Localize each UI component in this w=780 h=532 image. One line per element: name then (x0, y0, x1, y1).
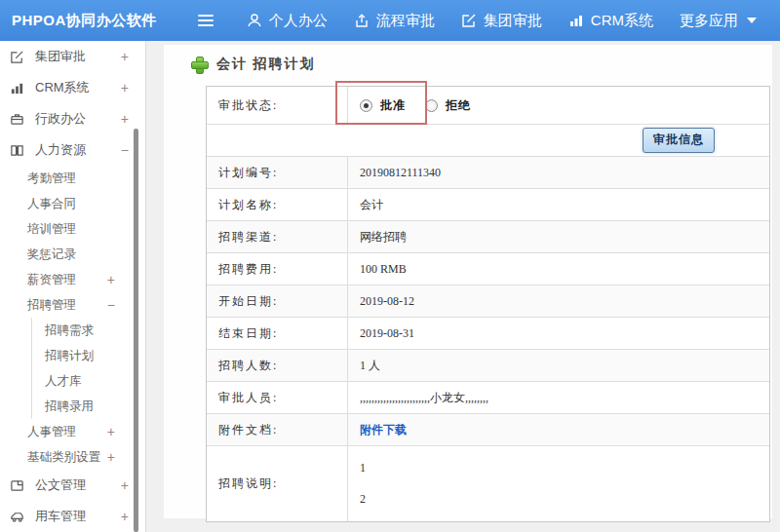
sidebar-item-talent-pool[interactable]: 人才库 (31, 368, 145, 394)
radio-reject[interactable]: 拒绝 (425, 97, 471, 114)
radio-unselected-icon[interactable] (425, 99, 438, 112)
sidebar-item-salary-mgmt[interactable]: 薪资管理 + (0, 267, 145, 292)
sidebar-item-training-mgmt[interactable]: 培训管理 (0, 216, 145, 242)
approval-info-button[interactable]: 审批信息 (643, 128, 715, 153)
field-value: ,,,,,,,,,,,,,,,,,,,,,,,,小龙女,,,,,,,, (348, 384, 769, 412)
app-logo-title: PHPOA协同办公软件 (12, 12, 157, 30)
radio-approve[interactable]: 批准 (360, 97, 406, 114)
attachment-download-link[interactable]: 附件下载 (360, 423, 407, 437)
edit-icon (461, 13, 477, 28)
field-label: 附件文档: (207, 414, 348, 445)
sidebar-item-reward-punishment[interactable]: 奖惩记录 (0, 242, 145, 267)
field-value: 2019-08-12 (348, 288, 769, 315)
sidebar-item-label: 人事管理 (27, 424, 76, 440)
field-value: 1 人 (348, 352, 769, 380)
field-label: 招聘渠道: (207, 221, 348, 252)
sidebar-item-recruit-hiring[interactable]: 招聘录用 (31, 394, 145, 419)
field-value: 网络招聘 (348, 223, 769, 251)
radio-selected-icon[interactable] (360, 99, 372, 112)
sidebar-item-label: 人事合同 (27, 196, 76, 212)
description-line: 1 (360, 453, 761, 483)
sidebar-item-recruit-plan[interactable]: 招聘计划 (31, 343, 145, 368)
add-plus-icon[interactable] (191, 57, 207, 72)
field-label: 审批状态: (207, 87, 348, 124)
field-label: 开始日期: (207, 285, 348, 317)
nav-crm-system[interactable]: CRM系统 (568, 12, 653, 30)
nav-item-label: CRM系统 (591, 12, 653, 30)
menu-toggle-icon[interactable] (198, 15, 214, 26)
workflow-icon (354, 13, 370, 28)
expand-icon[interactable]: + (121, 477, 129, 493)
table-row-recruit-channel: 招聘渠道: 网络招聘 (207, 221, 769, 253)
bar-chart-icon (568, 13, 584, 28)
table-row-approvers: 审批人员: ,,,,,,,,,,,,,,,,,,,,,,,,小龙女,,,,,,,… (207, 382, 769, 414)
sidebar-item-admin-office[interactable]: 行政办公 + (0, 103, 145, 134)
sidebar-item-attendance-mgmt[interactable]: 考勤管理 (0, 166, 145, 191)
field-label: 结束日期: (207, 318, 348, 349)
sidebar-item-personnel-mgmt[interactable]: 人事管理 + (0, 419, 145, 444)
sidebar-item-recruit-mgmt[interactable]: 招聘管理 − (0, 292, 145, 318)
sidebar-menu: 集团审批 + CRM系统 + 行政办公 + 人力资源 − 考勤管理 (0, 41, 146, 532)
recruit-plan-detail-table: 审批状态: 批准 拒绝 审批信息 计划编号: 20190812111 (206, 86, 770, 522)
sidebar-scrollbar[interactable] (134, 129, 138, 532)
table-row-recruit-cost: 招聘费用: 100 RMB (207, 253, 769, 285)
sidebar-item-label: 基础类别设置 (27, 449, 100, 466)
sidebar-item-vehicle-mgmt[interactable]: 用车管理 + (0, 501, 145, 532)
table-row-plan-name: 计划名称: 会计 (207, 189, 769, 221)
radio-label: 拒绝 (446, 97, 471, 114)
sidebar-item-human-resources[interactable]: 人力资源 − (0, 134, 145, 166)
briefcase-icon (10, 112, 26, 127)
sidebar-item-document-mgmt[interactable]: 公文管理 + (0, 470, 145, 501)
sidebar-item-hr-contract[interactable]: 人事合同 (0, 191, 145, 216)
top-nav-menu: 个人办公 流程审批 集团审批 CRM系统 (247, 12, 757, 30)
sidebar-item-crm[interactable]: CRM系统 + (0, 72, 145, 103)
expand-icon[interactable]: + (121, 80, 129, 95)
content-panel: 会计 招聘计划 审批状态: 批准 拒绝 审批信息 (164, 45, 772, 518)
table-row-headcount: 招聘人数: 1 人 (207, 350, 769, 382)
nav-item-label: 集团审批 (484, 12, 542, 30)
user-icon (247, 13, 262, 28)
nav-group-approval[interactable]: 集团审批 (461, 12, 542, 30)
sidebar-item-label: 人才库 (45, 373, 82, 390)
table-row-recruit-description: 招聘说明: 1 2 (207, 446, 769, 521)
table-row-plan-number: 计划编号: 20190812111340 (207, 157, 769, 189)
field-label: 招聘费用: (207, 253, 348, 285)
expand-icon[interactable]: + (121, 509, 129, 524)
sidebar-item-label: 人力资源 (35, 141, 86, 159)
field-label: 招聘人数: (207, 350, 348, 381)
nav-more-apps[interactable]: 更多应用 (680, 12, 757, 30)
approval-status-radio-group: 批准 拒绝 (360, 97, 761, 114)
field-value: 20190812111340 (348, 160, 769, 186)
sidebar-item-recruit-demand[interactable]: 招聘需求 (31, 318, 145, 343)
page-title-text: 会计 招聘计划 (216, 56, 316, 73)
nav-workflow-approval[interactable]: 流程审批 (354, 12, 435, 30)
sidebar-item-base-category-settings[interactable]: 基础类别设置 + (0, 444, 145, 470)
field-label: 招聘说明: (207, 446, 348, 521)
field-label: 计划名称: (207, 189, 348, 220)
sidebar-item-label: 培训管理 (27, 221, 76, 238)
table-row-button: 审批信息 (207, 125, 769, 157)
expand-icon[interactable]: + (107, 272, 115, 287)
sidebar-item-label: 公文管理 (35, 476, 86, 494)
sidebar-item-label: 奖惩记录 (27, 247, 76, 263)
collapse-icon[interactable]: − (107, 297, 115, 313)
field-label: 审批人员: (207, 382, 348, 413)
car-icon (10, 510, 26, 524)
collapse-icon[interactable]: − (121, 142, 129, 158)
sidebar-item-label: 行政办公 (35, 110, 86, 128)
field-value: 1 2 (348, 447, 769, 519)
top-navigation-bar: PHPOA协同办公软件 个人办公 流程审批 (0, 0, 780, 41)
expand-icon[interactable]: + (107, 424, 115, 439)
nav-personal-office[interactable]: 个人办公 (247, 12, 328, 30)
expand-icon[interactable]: + (121, 49, 129, 64)
sidebar-item-group-approval[interactable]: 集团审批 + (0, 41, 145, 72)
nav-item-label: 个人办公 (269, 12, 328, 30)
sidebar-item-label: 集团审批 (35, 48, 86, 65)
page-title: 会计 招聘计划 (191, 56, 316, 73)
field-value: 100 RMB (348, 256, 769, 283)
sidebar-item-label: CRM系统 (35, 79, 90, 96)
expand-icon[interactable]: + (107, 449, 115, 465)
expand-icon[interactable]: + (121, 111, 129, 127)
sidebar-item-label: 考勤管理 (27, 171, 76, 187)
table-row-end-date: 结束日期: 2019-08-31 (207, 318, 769, 350)
